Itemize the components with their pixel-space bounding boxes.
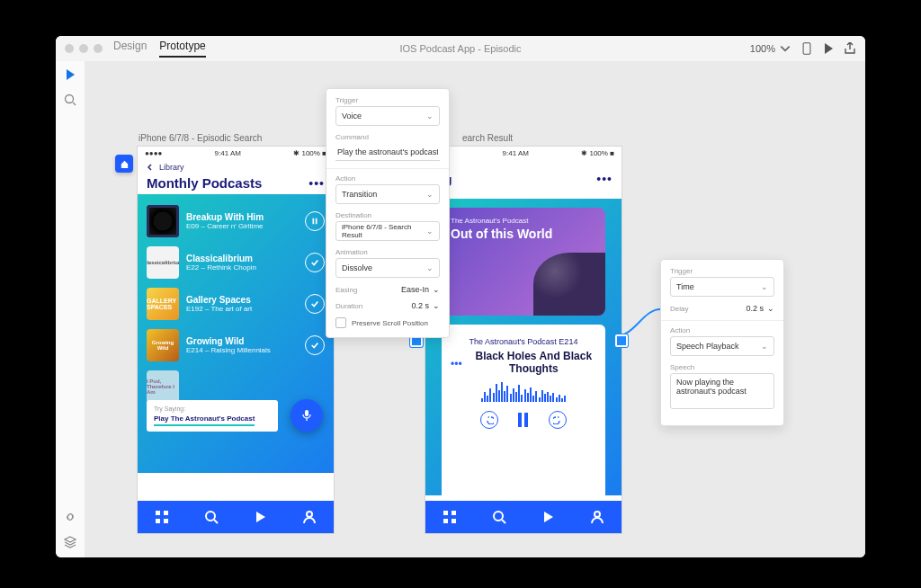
device-icon[interactable] (800, 42, 813, 55)
nav-profile-icon[interactable] (302, 510, 317, 524)
bottom-nav (425, 501, 621, 533)
home-icon (120, 159, 130, 169)
nav-profile-icon[interactable] (590, 510, 604, 524)
field-label: Command (335, 133, 440, 141)
field-label: Duration (335, 302, 362, 310)
waveform (451, 382, 596, 402)
track-series: The Astronaut's Podcast E214 (451, 337, 596, 346)
window-controls[interactable] (65, 44, 103, 53)
titlebar: Design Prototype IOS Podcast App - Episo… (56, 36, 865, 62)
podcast-art: Classicalibrium (147, 246, 179, 279)
trigger-select[interactable]: Voice⌄ (335, 106, 440, 126)
hero-card[interactable]: The Astronaut's Podcast Out of this Worl… (442, 208, 605, 316)
minimize-dot[interactable] (79, 44, 88, 53)
delay-field[interactable]: 0.2 s⌄ (746, 304, 774, 313)
artboard-search-result[interactable]: ●●●●9:41 AM ✱ 100% ■ ing ••• The Astrona… (425, 146, 622, 534)
voice-hint: Try Saying: Play The Astronaut's Podcast (147, 400, 278, 432)
canvas[interactable]: iPhone 6/7/8 - Episodic Search ●●●●9:41 … (85, 61, 865, 557)
podcast-name: Growing Wild (186, 336, 271, 346)
layers-icon[interactable] (64, 536, 76, 548)
search-icon[interactable] (64, 94, 76, 106)
list-item[interactable]: Breakup With HimE09 – Career n' Girltime (147, 205, 325, 237)
status-bar: ●●●●9:41 AM ✱ 100% ■ (138, 147, 334, 159)
podcast-art: I Pod, Therefore I Am (147, 370, 179, 403)
nav-search-icon[interactable] (204, 510, 219, 524)
nav-play-icon[interactable] (541, 510, 555, 524)
svg-rect-3 (156, 511, 160, 515)
nav-home-icon[interactable] (155, 510, 169, 524)
artboard-label-1[interactable]: iPhone 6/7/8 - Episodic Search (139, 133, 262, 143)
more-button[interactable]: ••• (596, 172, 613, 186)
page-title: Monthly Podcasts (147, 175, 262, 191)
list-item[interactable]: GALLERY SPACES Gallery SpacesE192 – The … (147, 288, 325, 320)
command-input[interactable] (335, 143, 440, 161)
chevron-down-icon (779, 42, 791, 55)
link-icon[interactable] (64, 511, 76, 523)
list-item[interactable]: I Pod, Therefore I Am (147, 370, 325, 403)
back-link[interactable]: Library (138, 159, 334, 175)
nav-play-icon[interactable] (253, 510, 267, 524)
check-icon[interactable] (305, 294, 325, 314)
svg-rect-6 (164, 519, 168, 523)
more-button[interactable]: ••• (308, 176, 325, 191)
track-title: Black Holes And Black Thoughts (471, 350, 596, 375)
chevron-left-icon (147, 164, 154, 171)
zoom-control[interactable]: 100% (750, 42, 791, 55)
rewind-button[interactable] (480, 411, 498, 429)
track-more-icon[interactable]: ••• (451, 358, 462, 370)
nav-home-icon[interactable] (443, 510, 457, 524)
hint-label: Try Saying: (154, 405, 271, 412)
close-dot[interactable] (65, 44, 74, 53)
field-label: Trigger (670, 267, 774, 275)
field-label: Destination (335, 211, 440, 219)
link-node[interactable] (615, 334, 628, 347)
action-select[interactable]: Transition⌄ (335, 184, 440, 204)
play-icon[interactable] (822, 42, 835, 55)
svg-point-8 (307, 512, 312, 517)
list-item[interactable]: Classicalibrium ClassicalibriumE22 – Ret… (147, 246, 325, 279)
duration-field[interactable]: 0.2 s⌄ (411, 301, 440, 310)
podcast-name: Breakup With Him (186, 212, 264, 222)
svg-rect-0 (803, 43, 810, 54)
interaction-panel-time[interactable]: Trigger Time⌄ Delay 0.2 s⌄ Action Speech… (660, 259, 784, 426)
podcast-list: Breakup With HimE09 – Career n' Girltime… (138, 194, 334, 473)
easing-select[interactable]: Ease-In⌄ (401, 285, 440, 294)
nav-search-icon[interactable] (492, 510, 506, 524)
trigger-select[interactable]: Time⌄ (670, 277, 774, 297)
interaction-panel-voice[interactable]: Trigger Voice⌄ Command Action Transition… (326, 88, 450, 338)
podcast-art: GALLERY SPACES (147, 288, 179, 320)
animation-select[interactable]: Dissolve⌄ (335, 258, 440, 278)
hint-text: Play The Astronaut's Podcast (154, 414, 255, 426)
speech-textarea[interactable]: Now playing the astronaut's podcast (670, 373, 774, 409)
artboard-label-2[interactable]: earch Result (462, 133, 513, 143)
home-flag[interactable] (115, 155, 133, 173)
tab-prototype[interactable]: Prototype (159, 40, 205, 58)
mic-button[interactable] (291, 399, 323, 432)
check-icon[interactable] (305, 253, 325, 272)
hero-title: Out of this World (451, 227, 596, 242)
forward-button[interactable] (549, 411, 567, 429)
svg-point-13 (494, 512, 503, 521)
svg-rect-4 (164, 511, 168, 515)
bottom-nav (138, 501, 334, 533)
field-label: Action (670, 326, 774, 334)
svg-rect-5 (156, 519, 160, 523)
mic-icon (300, 409, 313, 422)
check-icon[interactable] (305, 335, 325, 355)
play-tool-icon[interactable] (64, 68, 76, 81)
preserve-scroll-checkbox[interactable]: Preserve Scroll Position (335, 317, 440, 328)
pause-icon[interactable] (305, 211, 325, 231)
artboard-episodic-search[interactable]: ●●●●9:41 AM ✱ 100% ■ Library Monthly Pod… (137, 146, 335, 534)
track-panel: The Astronaut's Podcast E214 ••• Black H… (442, 325, 605, 495)
podcast-episode: E214 – Raising Millennials (186, 346, 271, 354)
pause-button[interactable] (518, 413, 529, 427)
svg-point-7 (206, 512, 215, 521)
destination-select[interactable]: iPhone 6/7/8 - Search Result⌄ (335, 221, 440, 241)
field-label: Animation (335, 248, 440, 256)
action-select[interactable]: Speech Playback⌄ (670, 336, 774, 356)
hero-art (533, 253, 605, 316)
list-item[interactable]: Growing Wild Growing WildE214 – Raising … (147, 329, 325, 361)
share-icon[interactable] (844, 42, 856, 55)
tab-design[interactable]: Design (113, 40, 147, 58)
maximize-dot[interactable] (94, 44, 103, 53)
